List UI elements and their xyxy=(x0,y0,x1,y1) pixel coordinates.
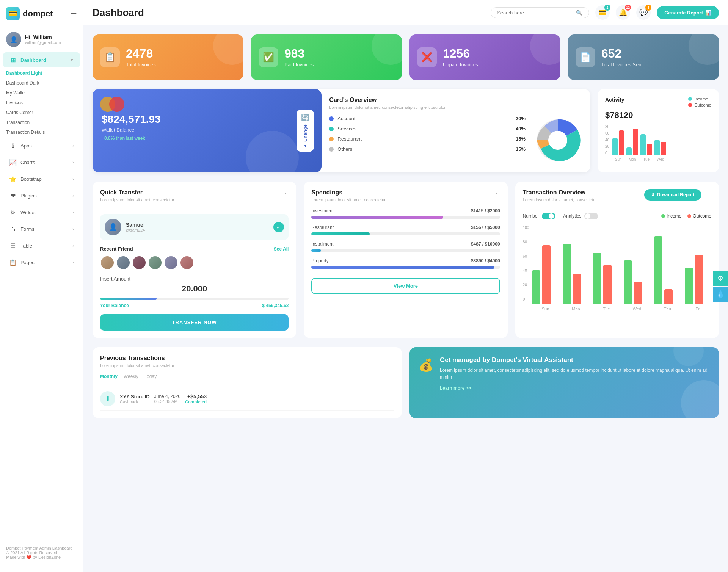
stat-card-unpaid-invoices: ❌ 1256 Unpaid Invoices xyxy=(410,34,560,80)
chevron-right-icon-8: › xyxy=(72,260,74,265)
trans-menu-icon[interactable]: ⋮ xyxy=(704,191,711,199)
banner-title: Get managed by Dompet's Virtual Assistan… xyxy=(440,356,710,364)
tab-today[interactable]: Today xyxy=(144,374,157,381)
analytics-toggle-switch[interactable] xyxy=(584,213,598,219)
toggle-knob-number xyxy=(549,213,554,219)
wallet-circles xyxy=(100,97,124,112)
number-toggle-switch[interactable] xyxy=(542,213,555,219)
nav-item-dashboard[interactable]: ⊞ Dashboard ▼ xyxy=(3,52,80,67)
footer-line1: Dompet Payment Admin Dashboard xyxy=(6,546,77,550)
side-actions: ⚙ 💧 xyxy=(713,271,728,302)
friend-av-5 xyxy=(164,255,178,270)
unpaid-invoices-icon: ❌ xyxy=(417,47,437,67)
settings-side-button[interactable]: ⚙ xyxy=(713,271,728,286)
nav-item-apps[interactable]: ℹ Apps › xyxy=(3,138,80,153)
nav-sub-invoices[interactable]: Invoices xyxy=(0,98,83,108)
content-body: 📋 2478 Total Invoices ✅ 983 Paid Invoice… xyxy=(83,25,728,427)
transfer-check-icon: ✓ xyxy=(273,222,284,232)
tab-monthly[interactable]: Monthly xyxy=(100,374,118,381)
income-bar-wed xyxy=(654,140,660,155)
chevron-right-icon-4: › xyxy=(72,193,74,198)
balance-label: Your Balance xyxy=(100,303,129,308)
footer-line2: © 2021 All Rights Reserved xyxy=(6,550,77,555)
sent-invoices-icon: 📄 xyxy=(576,47,595,67)
spending-investment-amount: $1415 / $2000 xyxy=(471,208,500,213)
cards-overview-title: Card's Overview xyxy=(329,97,582,103)
bell-icon-btn[interactable]: 🔔 12 xyxy=(616,5,630,20)
nav-item-bootstrap[interactable]: ⭐ Bootstrap › xyxy=(3,171,80,186)
toggle-analytics: Analytics xyxy=(563,213,598,219)
user-name: Hi, William xyxy=(25,34,61,40)
spending-installment-label: Installment xyxy=(311,241,333,247)
friend-av-3 xyxy=(132,255,146,270)
bar-group-sun xyxy=(612,130,624,155)
widget-icon: ⚙ xyxy=(9,208,17,216)
download-report-button[interactable]: ⬇ Download Report xyxy=(644,189,701,201)
qt-menu-icon[interactable]: ⋮ xyxy=(282,189,289,197)
nav-sub-dashboard-light[interactable]: Dashboard Light xyxy=(0,68,83,78)
stat-card-sent-invoices: 📄 652 Total Invoices Sent xyxy=(568,34,719,80)
nav-table-label: Table xyxy=(20,243,69,249)
circle-2 xyxy=(109,97,124,112)
chart-label-sun: Sun xyxy=(612,157,624,161)
paid-invoices-icon: ✅ xyxy=(259,47,278,67)
wallet-badge: 2 xyxy=(604,5,610,11)
spendings-header: Spendings Lorem ipsum dolor sit amet, co… xyxy=(311,189,500,208)
hamburger-icon[interactable]: ☰ xyxy=(70,9,77,18)
tab-weekly[interactable]: Weekly xyxy=(124,374,138,381)
overview-list: Account 20% Services 40% xyxy=(329,116,526,165)
trans-amount-col: +$5,553 Completed xyxy=(185,393,207,404)
toggle-knob-analytics xyxy=(585,213,590,219)
nav-item-forms[interactable]: 🖨 Forms › xyxy=(3,221,80,237)
svg-point-1 xyxy=(548,131,567,150)
bar-group-tue xyxy=(640,134,652,155)
cards-overview-subtitle: Lorem ipsum dolor sit amet, consectetur … xyxy=(329,105,582,110)
activity-title: Activity xyxy=(605,97,624,103)
page-title: Dashboard xyxy=(93,7,144,19)
see-all-link[interactable]: See All xyxy=(274,246,289,252)
nav-sub-cards-center[interactable]: Cards Center xyxy=(0,108,83,118)
total-invoices-label: Total Invoices xyxy=(126,62,156,67)
nav-sub-transaction-details[interactable]: Transaction Details xyxy=(0,127,83,137)
search-icon[interactable]: 🔍 xyxy=(576,10,582,16)
income-legend-trans: Income xyxy=(661,213,681,219)
theme-side-button[interactable]: 💧 xyxy=(713,287,728,302)
bar-group-main-mon xyxy=(563,244,589,304)
wallet-icon-btn[interactable]: 💳 2 xyxy=(595,5,610,20)
transfer-now-button[interactable]: TRANSFER NOW xyxy=(100,314,289,331)
nav-item-widget[interactable]: ⚙ Widget › xyxy=(3,205,80,220)
ov-pct-account: 20% xyxy=(516,116,526,121)
banner-learn-more-link[interactable]: Learn more >> xyxy=(440,386,471,391)
spendings-menu-icon[interactable]: ⋮ xyxy=(493,189,500,197)
spending-property-amount: $3890 / $4000 xyxy=(471,258,500,263)
activity-chart-area: 0 20 40 60 80 xyxy=(605,125,711,161)
search-input[interactable] xyxy=(497,10,573,16)
chevron-right-icon-2: › xyxy=(72,160,74,165)
recent-friend-label: Recent Friend xyxy=(100,246,133,252)
friend-avatars xyxy=(100,255,289,270)
dot-services xyxy=(329,127,334,131)
plugins-icon: ❤ xyxy=(9,192,17,199)
bottom-row: Quick Transfer Lorem ipsum dolor sit ame… xyxy=(93,182,719,338)
progress-fill xyxy=(100,298,157,300)
nav-sub-dashboard-dark[interactable]: Dashboard Dark xyxy=(0,78,83,88)
outcome-bar-sun xyxy=(619,130,624,155)
nav-item-table[interactable]: ☰ Table › xyxy=(3,238,80,253)
amount-label: Insert Amount xyxy=(100,276,289,282)
nav-item-plugins[interactable]: ❤ Plugins › xyxy=(3,188,80,203)
nav-sub-transaction[interactable]: Transaction xyxy=(0,118,83,127)
nav-item-pages[interactable]: 📋 Pages › xyxy=(3,255,80,270)
chat-icon-btn[interactable]: 💬 5 xyxy=(636,5,651,20)
spending-installment-fill xyxy=(311,249,321,252)
spending-restaurant-amount: $1567 / $5000 xyxy=(471,225,500,230)
view-more-button[interactable]: View More xyxy=(311,278,500,294)
spending-installment-bar xyxy=(311,249,500,252)
trans-header-text: Transaction Overview Lorem ipsum dolor s… xyxy=(523,189,597,208)
toggle-analytics-label: Analytics xyxy=(563,213,581,219)
transfer-avatar: 👤 xyxy=(105,219,121,235)
overview-content: Account 20% Services 40% xyxy=(329,116,582,165)
generate-report-button[interactable]: Generate Report 📊 xyxy=(657,6,719,19)
outcome-label: Outcome xyxy=(694,103,711,107)
nav-item-charts[interactable]: 📈 Charts › xyxy=(3,155,80,170)
nav-sub-my-wallet[interactable]: My Wallet xyxy=(0,88,83,98)
